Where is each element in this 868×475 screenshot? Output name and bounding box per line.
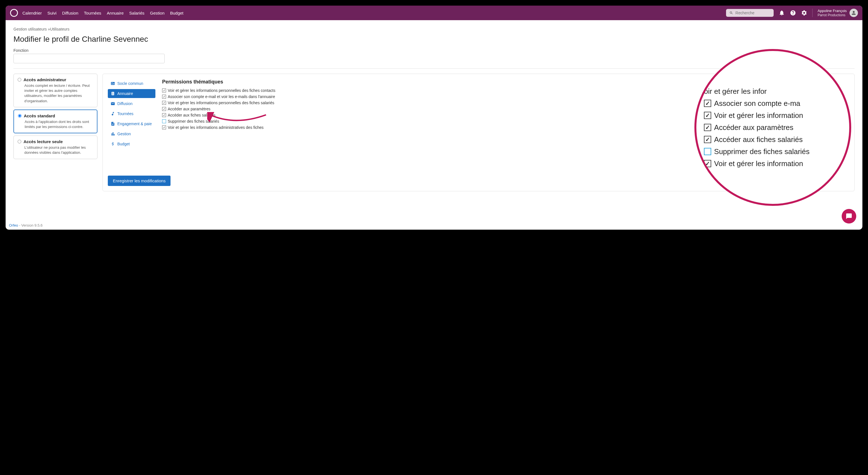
permission-label: Accéder aux paramètres bbox=[168, 107, 211, 111]
checkbox[interactable] bbox=[162, 95, 166, 98]
search-box[interactable] bbox=[726, 9, 774, 17]
zoom-permission-item: Voir et gérer les information bbox=[704, 111, 841, 120]
access-admin-radio[interactable] bbox=[18, 78, 21, 82]
access-standard-radio[interactable] bbox=[18, 114, 22, 118]
permission-label: Voir et gérer les informations administr… bbox=[168, 125, 264, 130]
zoom-permission-item: Voir et gérer les information bbox=[704, 159, 841, 168]
checkbox[interactable] bbox=[162, 113, 166, 117]
org-name: Parrot Productions bbox=[817, 13, 847, 17]
tab-diffusion[interactable]: Diffusion bbox=[108, 99, 155, 108]
footer: Orfeo - Version 9.5.6 bbox=[9, 223, 42, 228]
footer-version: - Version 9.5.6 bbox=[18, 223, 42, 228]
top-nav: Calendrier Suivi Diffusion Tournées Annu… bbox=[22, 11, 726, 16]
access-readonly-card[interactable]: Accès lecture seule L'utilisateur ne pou… bbox=[13, 136, 97, 159]
perm-tabs: Socle commun Annuaire Diffusion Tournées bbox=[108, 79, 155, 186]
zoom-permission-item: Associer son compte e-ma bbox=[704, 99, 841, 108]
tab-gestion[interactable]: Gestion bbox=[108, 129, 155, 138]
zoom-permission-item: Accéder aux paramètres bbox=[704, 123, 841, 132]
access-readonly-desc: L'utilisateur ne pourra pas modifier les… bbox=[18, 145, 93, 155]
zoom-permission-item: oir et gérer les infor bbox=[704, 87, 841, 96]
permission-label: Associer son compte e-mail et voir les e… bbox=[168, 94, 275, 99]
checkbox[interactable] bbox=[162, 119, 166, 123]
checkbox bbox=[704, 112, 711, 119]
help-icon[interactable] bbox=[790, 10, 796, 16]
zoom-callout: oir et gérer les inforAssocier son compt… bbox=[694, 49, 851, 206]
zoom-permission-item: Supprimer des fiches salariés bbox=[704, 147, 841, 156]
checkbox[interactable] bbox=[162, 89, 166, 92]
fonction-label: Fonction bbox=[13, 48, 855, 53]
file-icon bbox=[111, 122, 115, 126]
permission-label: Supprimer des fiches salariés bbox=[168, 119, 219, 123]
permission-label: Accéder aux fiches salariés bbox=[168, 113, 215, 117]
footer-app-link[interactable]: Orfeo bbox=[9, 223, 18, 228]
checkbox[interactable] bbox=[162, 125, 166, 129]
breadcrumb-current: Utilisateurs bbox=[50, 27, 69, 31]
access-standard-desc: Accès à l'application dont les droits so… bbox=[18, 119, 93, 129]
user-menu[interactable]: Appoline François Parrot Productions bbox=[812, 9, 858, 17]
tab-socle[interactable]: Socle commun bbox=[108, 79, 155, 88]
breadcrumb: Gestion utilisateurs »Utilisateurs bbox=[13, 27, 855, 31]
access-admin-label: Accès administrateur bbox=[24, 77, 66, 82]
access-admin-card[interactable]: Accès administrateur Accès complet en le… bbox=[13, 73, 97, 107]
music-icon bbox=[111, 112, 115, 116]
access-standard-card[interactable]: Accès standard Accès à l'application don… bbox=[13, 110, 97, 133]
search-input[interactable] bbox=[736, 11, 770, 15]
chat-icon bbox=[846, 213, 852, 219]
tab-annuaire[interactable]: Annuaire bbox=[108, 89, 155, 98]
zoom-permission-item: Accéder aux fiches salariés bbox=[704, 135, 841, 144]
addressbook-icon bbox=[111, 91, 115, 96]
nav-gestion[interactable]: Gestion bbox=[150, 11, 165, 16]
id-card-icon bbox=[111, 81, 115, 86]
gear-icon[interactable] bbox=[801, 10, 807, 16]
access-level-column: Accès administrateur Accès complet en le… bbox=[13, 73, 97, 161]
checkbox bbox=[704, 100, 711, 107]
bar-chart-icon bbox=[111, 131, 115, 136]
tab-engagement[interactable]: Engagement & paie bbox=[108, 119, 155, 128]
checkbox bbox=[704, 136, 711, 143]
nav-annuaire[interactable]: Annuaire bbox=[107, 11, 124, 16]
fonction-input[interactable] bbox=[13, 54, 165, 63]
access-admin-desc: Accès complet en lecture / écriture. Peu… bbox=[18, 83, 93, 103]
nav-suivi[interactable]: Suivi bbox=[47, 11, 57, 16]
breadcrumb-parent[interactable]: Gestion utilisateurs bbox=[13, 27, 47, 31]
access-standard-label: Accès standard bbox=[24, 113, 55, 118]
chat-button[interactable] bbox=[842, 209, 856, 224]
nav-calendrier[interactable]: Calendrier bbox=[22, 11, 42, 16]
checkbox[interactable] bbox=[162, 107, 166, 111]
permission-label: Voir et gérer les informations personnel… bbox=[168, 100, 274, 105]
nav-diffusion[interactable]: Diffusion bbox=[62, 11, 79, 16]
user-name: Appoline François bbox=[817, 9, 847, 13]
nav-budget[interactable]: Budget bbox=[170, 11, 183, 16]
access-readonly-radio[interactable] bbox=[18, 140, 21, 143]
app-logo[interactable] bbox=[10, 9, 18, 17]
tab-tournees[interactable]: Tournées bbox=[108, 109, 155, 118]
top-bar: Calendrier Suivi Diffusion Tournées Annu… bbox=[6, 6, 862, 20]
tab-budget[interactable]: Budget bbox=[108, 140, 155, 148]
nav-salaries[interactable]: Salariés bbox=[129, 11, 145, 16]
search-icon bbox=[730, 11, 733, 15]
checkbox bbox=[704, 148, 711, 155]
page-title: Modifier le profil de Charline Sevennec bbox=[13, 35, 855, 44]
avatar[interactable] bbox=[849, 9, 858, 17]
save-button[interactable]: Enregistrer les modifications bbox=[108, 176, 170, 186]
dollar-icon bbox=[111, 142, 115, 146]
bell-icon[interactable] bbox=[779, 10, 785, 16]
checkbox bbox=[704, 160, 711, 167]
checkbox bbox=[704, 124, 711, 131]
checkbox[interactable] bbox=[162, 101, 166, 105]
access-readonly-label: Accès lecture seule bbox=[24, 139, 63, 144]
permission-label: Voir et gérer les informations personnel… bbox=[168, 88, 275, 93]
nav-tournees[interactable]: Tournées bbox=[84, 11, 101, 16]
envelope-icon bbox=[111, 101, 115, 106]
